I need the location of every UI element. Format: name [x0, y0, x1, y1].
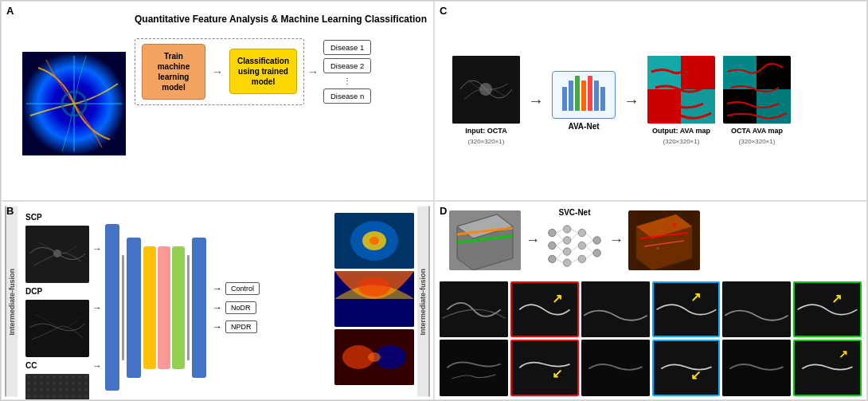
- panelB-dcp-group: DCP: [25, 287, 89, 357]
- svg-line-56: [586, 240, 593, 246]
- svg-point-42: [578, 255, 585, 262]
- net-col-salmon: [158, 246, 170, 369]
- svg-line-54: [571, 258, 578, 262]
- panelD-neural-net-svg: [545, 220, 604, 272]
- panelD-svc-flow: → SVC-Net: [449, 205, 862, 277]
- grid-img-r1c1: [440, 281, 508, 338]
- panelB-scp-label: SCP: [25, 213, 42, 222]
- svg-line-53: [571, 246, 578, 252]
- svg-line-58: [586, 253, 593, 259]
- panelA-flow: Train machinelearning model → Classifica…: [135, 38, 427, 105]
- disease-n-box: Disease n: [323, 88, 371, 104]
- panelB-dcp-label: DCP: [25, 287, 42, 296]
- svg-text:↗: ↗: [831, 291, 842, 305]
- panelC-output2: OCTA AVA map (320×320×1): [723, 56, 791, 145]
- arrow-out-npdr: →: [213, 321, 222, 332]
- grid-img-r1c5: [722, 281, 791, 338]
- panelB-intermediate-fusion-right: Intermediate-fusion: [417, 206, 430, 397]
- grid-img-r2c2: ↙: [510, 340, 579, 396]
- net-line2: [187, 255, 190, 360]
- panelC-input-size: (320×320×1): [468, 138, 505, 145]
- panelB-scp-group: SCP: [25, 213, 89, 283]
- svg-text:↗: ↗: [690, 289, 701, 304]
- panelB-cc-label: CC: [25, 361, 37, 370]
- svg-rect-17: [25, 374, 89, 401]
- panelC-input-label: Input: OCTA: [465, 127, 506, 135]
- svg-line-55: [586, 233, 593, 240]
- grid-img-r2c3: [581, 340, 650, 396]
- svg-text:×: ×: [672, 221, 677, 230]
- net-col-blue3: [192, 238, 206, 378]
- svg-text:×: ×: [656, 245, 660, 252]
- panelC-output1-label: Output: AVA map: [652, 127, 710, 135]
- svg-text:↙: ↙: [690, 368, 701, 383]
- disease-2-box: Disease 2: [323, 58, 371, 73]
- grid-img-r1c6: ↗: [793, 281, 862, 338]
- panel-b: B Intermediate-fusion SCP: [1, 201, 434, 401]
- svg-point-33: [549, 229, 556, 236]
- net-col-yellow: [143, 246, 156, 369]
- panelD-svc-net-label: SVC-Net: [545, 208, 604, 217]
- svg-line-48: [556, 246, 563, 252]
- svg-point-36: [563, 225, 570, 232]
- panelC-network-diagram: [552, 71, 616, 119]
- panelC-arrow2: →: [624, 92, 639, 110]
- svg-line-50: [556, 258, 563, 262]
- svg-rect-74: [512, 341, 577, 395]
- panelB-heatmap-1: [334, 213, 414, 269]
- panelD-svc-input-image: [449, 210, 521, 270]
- panelA-octa-image: [22, 52, 126, 155]
- svg-text:↗: ↗: [551, 291, 561, 305]
- panelC-input: Input: OCTA (320×320×1): [452, 56, 520, 145]
- svg-point-43: [593, 236, 600, 243]
- panelB-cc-image: [25, 374, 89, 401]
- panelC-ava-net-label: AVA-Net: [568, 122, 599, 131]
- grid-img-r2c5: [722, 340, 791, 396]
- panel-b-label: B: [6, 205, 14, 217]
- arrow-train-to-classify: →: [212, 65, 223, 78]
- panel-c-label: C: [440, 5, 447, 17]
- arrow-classify-to-diseases: →: [307, 65, 319, 78]
- svg-line-51: [571, 229, 578, 233]
- svg-point-41: [578, 242, 585, 249]
- svg-rect-73: [440, 340, 508, 396]
- panelD-scan-grid: ↗ ↗: [440, 281, 862, 397]
- disease-1-box: Disease 1: [323, 40, 371, 55]
- main-container: A: [0, 0, 868, 401]
- panelA-dashed-box: Train machinelearning model → Classifica…: [135, 38, 304, 105]
- disease-dots: ⋮: [323, 77, 371, 85]
- svg-point-29: [368, 352, 381, 362]
- grid-img-r2c4: ↙: [652, 340, 721, 396]
- arrow-out-control: →: [213, 283, 222, 294]
- panelB-heatmap-3: [334, 329, 414, 385]
- svg-text:↙: ↙: [551, 366, 561, 380]
- svg-rect-70: [722, 281, 791, 338]
- panelB-intermediate-fusion-left: Intermediate-fusion: [5, 206, 18, 397]
- svg-point-25: [358, 277, 390, 297]
- svg-point-14: [53, 250, 61, 258]
- panelB-heatmap-2: [334, 271, 414, 327]
- panel-a: A: [1, 1, 434, 201]
- svg-point-38: [563, 247, 570, 254]
- panelC-output2-size: (320×320×1): [739, 138, 776, 145]
- panelC-output2-label: OCTA AVA map: [731, 127, 783, 135]
- svg-line-46: [556, 233, 563, 240]
- output-nodr: NoDR: [225, 301, 256, 314]
- panelC-octa-image: [452, 56, 520, 124]
- panelC-output1: Output: AVA map (320×320×1): [647, 56, 715, 145]
- panelA-train-box: Train machinelearning model: [142, 44, 205, 100]
- arrow-scp-in: →: [92, 243, 102, 254]
- arrow-out-nodr: →: [213, 302, 222, 313]
- panel-c: C Input: OCTA (320×320×1) →: [434, 1, 867, 201]
- output-control: Control: [225, 282, 260, 295]
- panelD-svc-net: SVC-Net: [545, 208, 604, 273]
- svg-point-39: [563, 258, 570, 265]
- panelC-ava-map-image: [647, 56, 715, 124]
- svg-point-23: [369, 237, 379, 245]
- panelB-scp-image: [25, 226, 89, 283]
- svg-line-45: [556, 229, 563, 233]
- grid-img-r2c1: [440, 340, 508, 396]
- svg-line-49: [556, 251, 563, 258]
- arrow-dcp-in: →: [92, 302, 102, 313]
- panelC-arrow: →: [528, 92, 544, 110]
